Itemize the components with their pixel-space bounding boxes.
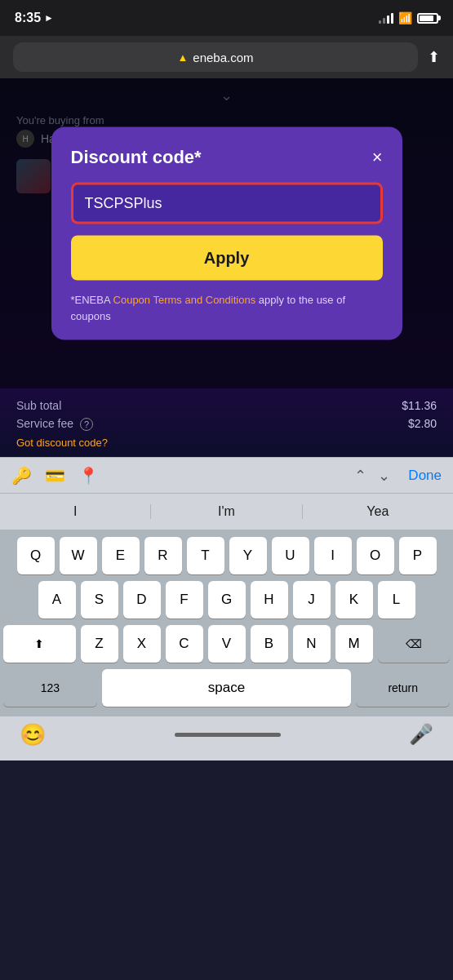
keyboard-row-3: ⬆ Z X C V B N M ⌫ <box>3 625 450 663</box>
home-indicator <box>175 733 281 737</box>
keyboard-row-2: A S D F G H J K L <box>3 581 450 619</box>
terms-link[interactable]: Coupon Terms and Conditions <box>113 294 256 306</box>
key-k[interactable]: K <box>335 581 373 619</box>
subtotal-row: Sub total $11.36 <box>16 397 437 415</box>
key-o[interactable]: O <box>357 537 394 574</box>
modal-title: Discount code* <box>71 147 202 168</box>
url-bar[interactable]: ▲ eneba.com <box>13 42 418 72</box>
done-button[interactable]: Done <box>408 468 442 484</box>
numbers-key[interactable]: 123 <box>3 669 97 707</box>
bottom-bar: 😊 🎤 <box>0 716 453 760</box>
share-icon: ⬆︎ <box>428 49 440 65</box>
discount-code-link[interactable]: Got discount code? <box>16 437 437 449</box>
key-y[interactable]: Y <box>229 537 267 574</box>
suggestion-bar: I I'm Yea <box>0 493 453 530</box>
terms-text: *ENEBA Coupon Terms and Conditions apply… <box>71 292 383 324</box>
input-toolbar: 🔑 💳 📍 ⌃ ⌄ Done <box>0 457 453 493</box>
key-s[interactable]: S <box>81 581 118 619</box>
share-button[interactable]: ⬆︎ <box>428 48 440 66</box>
browser-bar: ▲ eneba.com ⬆︎ <box>0 36 453 78</box>
key-b[interactable]: B <box>251 625 288 663</box>
key-a[interactable]: A <box>38 581 76 619</box>
modal-header: Discount code* × <box>71 147 383 168</box>
apply-button[interactable]: Apply <box>71 236 383 281</box>
key-q[interactable]: Q <box>17 537 55 574</box>
key-j[interactable]: J <box>293 581 331 619</box>
service-fee-label: Service fee ? <box>16 417 93 431</box>
key-c[interactable]: C <box>166 625 203 663</box>
toolbar-left: 🔑 💳 📍 <box>11 466 336 486</box>
space-key[interactable]: space <box>102 669 352 707</box>
suggestion-2[interactable]: I'm <box>151 504 302 519</box>
suggestion-3[interactable]: Yea <box>303 504 453 519</box>
return-key[interactable]: return <box>356 669 450 707</box>
prev-field-button[interactable]: ⌃ <box>349 465 371 486</box>
suggestion-1[interactable]: I <box>0 504 151 519</box>
delete-key[interactable]: ⌫ <box>378 625 451 663</box>
microphone-button[interactable]: 🎤 <box>409 723 433 746</box>
key-d[interactable]: D <box>123 581 161 619</box>
key-h[interactable]: H <box>251 581 288 619</box>
key-z[interactable]: Z <box>81 625 118 663</box>
service-fee-row: Service fee ? $2.80 <box>16 415 437 433</box>
key-e[interactable]: E <box>102 537 140 574</box>
service-fee-amount: $2.80 <box>408 417 437 431</box>
close-button[interactable]: × <box>372 149 383 166</box>
status-icons: 📶 <box>379 11 438 24</box>
warning-icon: ▲ <box>177 51 188 64</box>
subtotal-amount: $11.36 <box>402 399 437 412</box>
location-icon: ► <box>44 12 54 24</box>
next-field-button[interactable]: ⌄ <box>373 465 395 486</box>
page-content: ⌄ You're buying from H Hawana Digital Di… <box>0 78 453 388</box>
key-g[interactable]: G <box>208 581 246 619</box>
battery-icon <box>417 13 438 24</box>
discount-code-input[interactable] <box>71 183 383 224</box>
key-n[interactable]: N <box>293 625 331 663</box>
key-p[interactable]: P <box>399 537 437 574</box>
signal-icon <box>379 12 393 24</box>
key-w[interactable]: W <box>60 537 97 574</box>
keyboard-row-1: Q W E R T Y U I O P <box>3 537 450 574</box>
wifi-icon: 📶 <box>398 11 412 24</box>
key-i[interactable]: I <box>314 537 352 574</box>
card-icon: 💳 <box>45 466 65 486</box>
location-pin-icon: 📍 <box>78 466 99 486</box>
key-icon: 🔑 <box>11 466 32 486</box>
keyboard: Q W E R T Y U I O P A S D F G H J K L ⬆ … <box>0 530 453 716</box>
terms-prefix: *ENEBA <box>71 294 113 306</box>
key-m[interactable]: M <box>335 625 373 663</box>
key-l[interactable]: L <box>378 581 415 619</box>
toolbar-arrows: ⌃ ⌄ <box>349 465 395 486</box>
shift-key[interactable]: ⬆ <box>3 625 76 663</box>
key-x[interactable]: X <box>123 625 161 663</box>
emoji-button[interactable]: 😊 <box>20 722 46 747</box>
key-f[interactable]: F <box>166 581 203 619</box>
key-v[interactable]: V <box>208 625 246 663</box>
page-bottom: Sub total $11.36 Service fee ? $2.80 Got… <box>0 388 453 457</box>
key-r[interactable]: R <box>144 537 182 574</box>
status-time: 8:35 ► <box>15 11 54 25</box>
keyboard-row-4: 123 space return <box>3 669 450 707</box>
subtotal-label: Sub total <box>16 399 61 412</box>
status-bar: 8:35 ► 📶 <box>0 0 453 36</box>
url-text: eneba.com <box>193 51 253 64</box>
key-t[interactable]: T <box>187 537 224 574</box>
key-u[interactable]: U <box>272 537 309 574</box>
service-fee-info-icon[interactable]: ? <box>80 418 93 431</box>
discount-modal: Discount code* × Apply *ENEBA Coupon Ter… <box>51 127 402 340</box>
